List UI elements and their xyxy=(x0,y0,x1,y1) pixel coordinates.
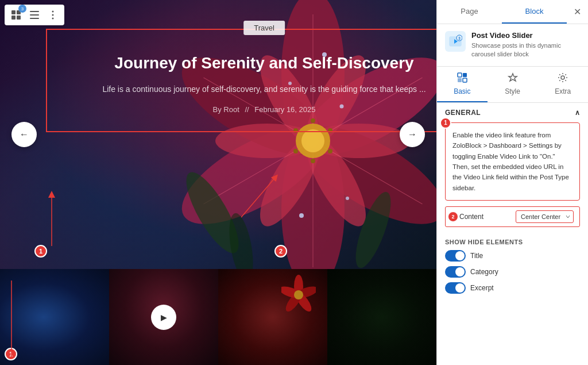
editor-toolbar: 3 xyxy=(5,5,64,25)
sub-tab-basic[interactable]: Basic xyxy=(437,67,488,102)
svg-rect-3 xyxy=(17,16,21,20)
svg-point-41 xyxy=(177,166,247,260)
thumbnail-1[interactable]: 1 xyxy=(0,269,109,365)
sub-tab-extra-label: Extra xyxy=(555,87,571,95)
tab-block[interactable]: Block xyxy=(502,0,567,24)
block-text: Post Video Slider Showcase posts in this… xyxy=(471,31,580,59)
slide-separator: // xyxy=(245,105,249,114)
sub-tab-basic-label: Basic xyxy=(454,87,470,95)
svg-point-9 xyxy=(52,18,54,20)
svg-point-40 xyxy=(346,197,349,200)
general-label: General xyxy=(445,109,481,117)
content-label: Content xyxy=(459,213,483,221)
block-info: 3 Post Video Slider Showcase posts in th… xyxy=(437,24,588,67)
toolbar-badge: 3 xyxy=(18,5,26,13)
sub-tabs: Basic Style Extra xyxy=(437,67,588,103)
slide-content-box: Travel Journey of Serenity and Self-Disc… xyxy=(46,29,436,132)
toggle-title-label: Title xyxy=(470,252,483,260)
slide-author: By Root xyxy=(213,105,239,114)
svg-point-34 xyxy=(293,149,298,153)
svg-point-18 xyxy=(295,127,377,234)
canvas-panel: 3 xyxy=(0,0,436,365)
slide-background: Travel Journey of Serenity and Self-Disc… xyxy=(0,0,436,269)
slide-meta: By Root // February 16, 2025 xyxy=(64,105,436,114)
content-row: 2 Content Center Center Top Left Top Cen… xyxy=(445,206,580,227)
svg-point-43 xyxy=(225,212,257,269)
annotation-badge-2: 2 xyxy=(274,245,287,258)
next-button[interactable]: → xyxy=(400,122,425,147)
svg-rect-57 xyxy=(458,73,462,77)
thumbnail-4[interactable] xyxy=(327,269,436,365)
panel-header: Page Block ✕ xyxy=(437,0,588,24)
hamburger-btn[interactable] xyxy=(26,7,42,23)
style-icon xyxy=(508,72,518,85)
svg-rect-60 xyxy=(463,78,467,82)
svg-point-19 xyxy=(249,127,331,234)
thumbnail-3[interactable] xyxy=(218,269,327,365)
block-title: Post Video Slider xyxy=(471,31,580,40)
thumb-badge-1: 1 xyxy=(5,348,17,360)
svg-line-26 xyxy=(203,147,303,204)
settings-panel: Page Block ✕ 3 Post Video Slider Showcas… xyxy=(436,0,588,365)
slider-main: Travel Journey of Serenity and Self-Disc… xyxy=(0,0,436,269)
svg-point-32 xyxy=(328,149,332,153)
svg-point-7 xyxy=(52,11,54,13)
close-button[interactable]: ✕ xyxy=(567,0,588,24)
toggle-row-title: Title xyxy=(445,250,580,262)
block-icon: 3 xyxy=(445,31,466,52)
thumbnails-row: 1 ▶ xyxy=(0,269,436,365)
content-select[interactable]: Center Center Top Left Top Center Bottom… xyxy=(516,210,574,223)
svg-rect-2 xyxy=(11,16,16,20)
svg-point-29 xyxy=(301,129,324,152)
slide-excerpt: Life is a continuous journey of self-dis… xyxy=(64,83,436,95)
collapse-icon[interactable]: ∧ xyxy=(575,109,581,117)
show-hide-title: SHOW HIDE ELEMENTS xyxy=(445,239,580,245)
block-icon-btn[interactable]: 3 xyxy=(8,7,24,23)
sub-tab-style-label: Style xyxy=(505,87,520,95)
block-desc: Showcase posts in this dynamic carousel … xyxy=(471,41,580,59)
svg-rect-0 xyxy=(11,10,16,14)
toggle-category-label: Category xyxy=(470,268,498,276)
svg-rect-58 xyxy=(463,73,467,77)
svg-rect-6 xyxy=(30,18,39,19)
toggle-excerpt[interactable] xyxy=(445,282,466,294)
info-text: Enable the video link feature from ZoloB… xyxy=(452,132,569,191)
svg-point-61 xyxy=(561,76,564,79)
info-box: 1 Enable the video link feature from Zol… xyxy=(445,122,580,201)
toggle-excerpt-label: Excerpt xyxy=(470,284,494,292)
toggle-row-excerpt: Excerpt xyxy=(445,282,580,294)
svg-point-8 xyxy=(52,14,54,16)
general-section-header: General ∧ xyxy=(437,103,588,122)
svg-point-52 xyxy=(294,290,303,299)
basic-icon xyxy=(457,72,467,85)
show-hide-section: SHOW HIDE ELEMENTS Title Category Excerp… xyxy=(437,233,588,302)
svg-text:3: 3 xyxy=(458,36,461,40)
extra-icon xyxy=(558,72,568,85)
prev-button[interactable]: ← xyxy=(11,122,37,147)
toggle-title[interactable] xyxy=(445,250,466,262)
svg-rect-59 xyxy=(458,78,462,82)
slide-date: February 16, 2025 xyxy=(254,105,315,114)
svg-rect-4 xyxy=(30,11,39,12)
tab-page[interactable]: Page xyxy=(437,0,502,24)
svg-point-13 xyxy=(281,129,345,269)
play-button[interactable]: ▶ xyxy=(151,305,176,330)
annotation-badge-1: 1 xyxy=(34,245,47,258)
svg-line-24 xyxy=(323,147,422,204)
svg-point-42 xyxy=(349,188,397,269)
svg-point-33 xyxy=(311,159,315,163)
sub-tab-extra[interactable]: Extra xyxy=(537,67,588,102)
content-badge: 2 xyxy=(448,212,458,222)
toggle-category[interactable] xyxy=(445,266,466,278)
sub-tab-style[interactable]: Style xyxy=(488,67,538,102)
toggle-row-category: Category xyxy=(445,266,580,278)
slide-category: Travel xyxy=(243,21,285,35)
more-options-btn[interactable] xyxy=(45,7,61,23)
svg-point-39 xyxy=(299,213,304,218)
info-badge-1: 1 xyxy=(440,117,451,129)
thumbnail-2[interactable]: ▶ xyxy=(109,269,218,365)
svg-rect-5 xyxy=(30,14,39,16)
slide-title: Journey of Serenity and Self-Discovery xyxy=(64,53,436,74)
